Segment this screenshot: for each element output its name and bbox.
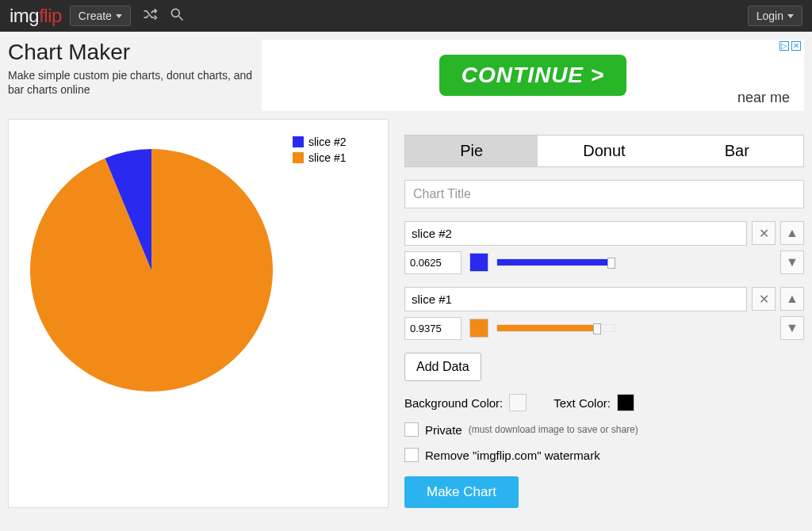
move-down-button[interactable]: ▼ xyxy=(780,316,804,340)
watermark-checkbox[interactable] xyxy=(404,448,419,462)
add-data-button[interactable]: Add Data xyxy=(404,353,481,381)
slice-value-input[interactable] xyxy=(404,317,462,340)
create-menu[interactable]: Create xyxy=(70,6,131,26)
slider-fill xyxy=(497,259,611,266)
logo[interactable]: imgflip xyxy=(10,5,62,27)
search-icon[interactable] xyxy=(169,6,185,25)
ad-close-icon[interactable]: ✕ xyxy=(791,41,801,51)
logo-b: flip xyxy=(39,5,62,26)
slice-value-slider[interactable] xyxy=(496,324,615,332)
legend-item: slice #1 xyxy=(293,151,346,164)
slice-block: ✕ ▲ ▼ xyxy=(404,287,804,340)
ad-info-icon[interactable]: ▷ xyxy=(779,41,789,51)
slice-value-slider[interactable] xyxy=(496,258,615,266)
logo-a: img xyxy=(10,5,39,26)
slider-fill xyxy=(497,325,597,331)
legend-swatch xyxy=(293,136,304,147)
ad-subtext: near me xyxy=(737,90,790,106)
chevron-down-icon: ▼ xyxy=(786,321,799,335)
chevron-up-icon: ▲ xyxy=(786,226,799,240)
chart-type-tabs: Pie Donut Bar xyxy=(404,135,804,167)
private-checkbox[interactable] xyxy=(404,422,419,437)
login-menu[interactable]: Login xyxy=(748,6,802,26)
move-down-button[interactable]: ▼ xyxy=(780,250,804,274)
private-hint: (must download image to save or share) xyxy=(469,424,638,435)
pie-slice-1 xyxy=(30,149,273,392)
move-up-button[interactable]: ▲ xyxy=(780,287,804,311)
make-chart-button[interactable]: Make Chart xyxy=(404,476,519,508)
remove-slice-button[interactable]: ✕ xyxy=(752,287,776,311)
legend-swatch xyxy=(293,152,304,163)
close-icon: ✕ xyxy=(759,292,769,307)
chart-title-input[interactable] xyxy=(404,180,804,208)
remove-slice-button[interactable]: ✕ xyxy=(752,221,776,245)
page-title: Chart Maker xyxy=(8,40,254,65)
slice-color-swatch[interactable] xyxy=(469,253,488,272)
tab-donut[interactable]: Donut xyxy=(538,136,670,166)
create-label: Create xyxy=(79,10,112,22)
header-row: Chart Maker Make simple custom pie chart… xyxy=(0,32,812,119)
chevron-down-icon xyxy=(787,14,794,18)
slice-value-input[interactable] xyxy=(404,251,462,274)
chevron-down-icon: ▼ xyxy=(786,255,799,269)
slice-color-swatch[interactable] xyxy=(469,319,488,338)
chevron-up-icon: ▲ xyxy=(786,292,799,306)
slice-name-input[interactable] xyxy=(404,221,747,246)
legend-label: slice #2 xyxy=(308,136,346,148)
controls-panel: Pie Donut Bar ✕ ▲ ▼ xyxy=(404,119,804,508)
close-icon: ✕ xyxy=(759,226,769,241)
slice-name-input[interactable] xyxy=(404,287,747,311)
bgcolor-label: Background Color: xyxy=(404,396,503,410)
slider-thumb[interactable] xyxy=(593,323,601,334)
ad-continue-button[interactable]: CONTINUE > xyxy=(439,55,626,96)
chevron-down-icon xyxy=(116,14,122,18)
slider-thumb[interactable] xyxy=(607,258,615,269)
textcolor-label: Text Color: xyxy=(553,396,611,410)
pie-chart xyxy=(17,136,286,405)
legend-item: slice #2 xyxy=(293,136,346,148)
bgcolor-swatch[interactable] xyxy=(509,394,527,411)
move-up-button[interactable]: ▲ xyxy=(780,221,804,245)
slice-block: ✕ ▲ ▼ xyxy=(404,221,804,274)
tab-pie[interactable]: Pie xyxy=(405,136,538,166)
svg-line-1 xyxy=(178,17,182,21)
shuffle-icon[interactable] xyxy=(142,6,158,25)
chart-preview-panel: slice #2 slice #1 xyxy=(8,119,389,508)
ad-banner[interactable]: ▷ ✕ CONTINUE > near me xyxy=(262,40,804,111)
svg-point-0 xyxy=(171,9,179,17)
chart-legend: slice #2 slice #1 xyxy=(293,136,346,491)
tab-bar[interactable]: Bar xyxy=(671,136,803,166)
watermark-label: Remove "imgflip.com" watermark xyxy=(425,449,600,462)
topbar: imgflip Create Login xyxy=(0,0,812,32)
legend-label: slice #1 xyxy=(308,151,346,164)
main: slice #2 slice #1 Pie Donut Bar ✕ ▲ xyxy=(0,119,812,524)
textcolor-swatch[interactable] xyxy=(617,394,634,411)
private-label: Private xyxy=(425,423,462,437)
page-subtitle: Make simple custom pie charts, donut cha… xyxy=(8,68,254,97)
login-label: Login xyxy=(756,10,783,22)
